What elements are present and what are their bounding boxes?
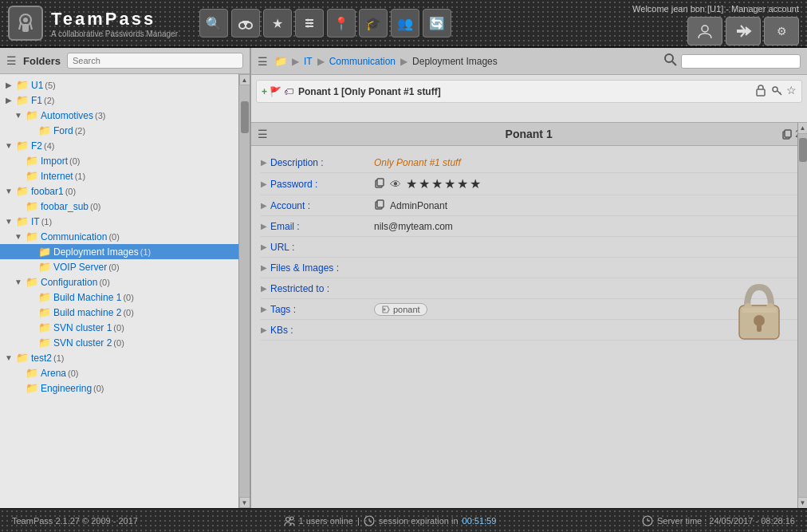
breadcrumb-deployment-images: Deployment Images [412, 56, 498, 67]
sidebar-item-foobar-sub[interactable]: 📁 foobar_sub (0) [0, 199, 238, 214]
account-copy-icon[interactable] [374, 199, 385, 212]
folder-icon: 📁 [26, 109, 38, 121]
breadcrumb-search-input[interactable] [681, 54, 801, 69]
footer-app-info-text: TeamPass 2.1.27 © 2009 - 2017 [12, 516, 138, 526]
detail-row-email: ▶ Email : nils@myteam.com [261, 216, 797, 237]
app-title: TeamPass [51, 9, 178, 30]
star-entry-icon[interactable]: ☆ [786, 84, 797, 99]
sidebar-item-f2[interactable]: ▼ 📁 F2 (4) [0, 138, 238, 153]
sidebar-item-import[interactable]: 📁 Import (0) [0, 153, 238, 168]
sidebar-item-svn-cluster-1[interactable]: 📁 SVN cluster 1 (0) [0, 320, 238, 335]
folder-icon: 📁 [38, 306, 51, 318]
svg-point-13 [307, 19, 309, 22]
profile-button[interactable] [687, 17, 722, 45]
detail-title: Ponant 1 [276, 128, 781, 140]
add-icon[interactable]: + [262, 86, 267, 97]
star-nav-button[interactable]: ★ [263, 9, 292, 37]
restricted-label: Restricted to : [270, 283, 374, 294]
breadcrumb-communication[interactable]: Communication [329, 56, 396, 67]
lock-icon[interactable] [754, 84, 767, 99]
user-area: Welcome jean bon [U1] - Manager account … [632, 4, 799, 45]
sidebar-item-communication[interactable]: ▼ 📁 Communication (0) [0, 229, 238, 244]
account-value: AdminPonant [390, 200, 447, 211]
content: ☰ 📁 ▶ IT ▶ Communication ▶ Deployment Im… [251, 48, 807, 508]
sidebar-item-f1[interactable]: ▶ 📁 F1 (2) [0, 93, 238, 108]
sidebar-item-label: Deployment Images [53, 246, 139, 258]
sidebar-item-arena[interactable]: 📁 Arena (0) [0, 365, 238, 380]
search-icon[interactable] [663, 53, 678, 70]
sidebar-item-count: (0) [69, 156, 80, 166]
detail-scrollbar: ▲ ▼ [797, 123, 807, 508]
sidebar-item-count: (0) [123, 308, 133, 317]
folder-icon: 📁 [16, 140, 29, 152]
refresh-nav-button[interactable]: 🔄 [423, 9, 451, 37]
sidebar-item-automotives[interactable]: ▼ 📁 Automotives (3) [0, 108, 238, 123]
folder-icon: 📁 [26, 276, 38, 288]
users-nav-button[interactable]: 👥 [391, 9, 419, 37]
search-nav-button[interactable]: 🔍 [199, 9, 228, 37]
sidebar-item-foobar1[interactable]: ▼ 📁 foobar1 (0) [0, 183, 238, 199]
scroll-up-button[interactable]: ▲ [798, 123, 808, 134]
detail-content: ▶ Description : Only Ponant #1 stuff ▶ P… [251, 146, 807, 347]
footer-session-text: session expiration in [379, 516, 459, 526]
sidebar-item-label: Configuration [41, 277, 97, 288]
description-value: Only Ponant #1 stuff [374, 157, 461, 168]
sidebar-item-deployment-images[interactable]: 📁 Deployment Images (1) [0, 244, 238, 259]
scroll-down-button[interactable]: ▼ [798, 497, 808, 508]
tag-badge-ponant: ponant [374, 303, 427, 316]
sidebar-item-ford[interactable]: 📁 Ford (2) [0, 123, 238, 138]
settings2-button[interactable]: ⚙ [764, 17, 799, 45]
sidebar-item-label: Automotives [41, 110, 93, 121]
detail-header: ☰ Ponant 1 2 [251, 123, 807, 146]
flag-icon[interactable]: 🚩 [270, 86, 281, 97]
sidebar-item-test2[interactable]: ▼ 📁 test2 (1) [0, 350, 238, 365]
svg-line-4 [30, 23, 32, 30]
sidebar-item-label: test2 [31, 353, 52, 364]
sidebar-item-build-machine-1[interactable]: 📁 Build Machine 1 (0) [0, 290, 238, 305]
sidebar-item-it[interactable]: ▼ 📁 IT (1) [0, 214, 238, 229]
sidebar-item-count: (1) [53, 353, 64, 363]
sidebar-item-build-machine-2[interactable]: 📁 Build machine 2 (0) [0, 305, 238, 320]
search-input[interactable] [67, 53, 243, 69]
scrollbar-thumb[interactable] [799, 138, 807, 162]
scroll-up-arrow[interactable]: ▲ [239, 74, 250, 85]
footer-users-text: 1 users online [299, 516, 354, 526]
entry-row[interactable]: + 🚩 🏷 Ponant 1 [Only Ponant #1 stuff] [256, 80, 802, 103]
detail-row-password: ▶ Password : 👁 ★★★★★★ [261, 173, 797, 195]
sidebar-item-configuration[interactable]: ▼ 📁 Configuration (0) [0, 274, 238, 290]
scroll-down-arrow[interactable]: ▼ [239, 497, 250, 508]
location-nav-button[interactable]: 📍 [327, 9, 356, 37]
scrollbar-thumb[interactable] [241, 101, 249, 133]
settings-nav-button[interactable] [295, 9, 324, 37]
copy-detail-icon [781, 128, 793, 140]
sidebar-item-internet[interactable]: 📁 Internet (1) [0, 168, 238, 183]
binoculars-nav-button[interactable] [231, 9, 260, 37]
detail-row-restricted: ▶ Restricted to : [261, 278, 797, 299]
sidebar: ☰ Folders ▶ 📁 U1 (5) ▶ 📁 F1 (2) [0, 48, 251, 508]
expand-icon: ▼ [3, 217, 14, 226]
sidebar-menu-icon[interactable]: ☰ [6, 54, 17, 67]
sidebar-item-count: (0) [93, 384, 104, 393]
detail-menu-icon[interactable]: ☰ [258, 128, 268, 140]
sidebar-item-count: (5) [45, 81, 55, 90]
folder-icon: 📁 [26, 231, 38, 242]
sidebar-item-svn-cluster-2[interactable]: 📁 SVN cluster 2 (0) [0, 335, 238, 350]
breadcrumb-it[interactable]: IT [304, 56, 313, 67]
sidebar-item-voip-server[interactable]: 📁 VOIP Server (0) [0, 259, 238, 274]
breadcrumb-menu-icon[interactable]: ☰ [258, 55, 268, 68]
url-label: URL : [270, 242, 374, 253]
detail-arrow: ▶ [261, 263, 267, 272]
folder-icon: 📁 [16, 185, 29, 197]
tag-icon[interactable]: 🏷 [284, 86, 293, 97]
password-eye-icon[interactable]: 👁 [390, 178, 401, 191]
svg-rect-7 [244, 21, 247, 25]
sidebar-item-label: F1 [31, 95, 42, 106]
sidebar-item-label: foobar_sub [41, 201, 89, 212]
password-copy-icon[interactable] [374, 177, 385, 191]
key-icon[interactable] [770, 84, 783, 99]
hat-nav-button[interactable]: 🎓 [359, 9, 388, 37]
detail-row-kbs: ▶ KBs : [261, 320, 797, 341]
forward-button[interactable] [726, 17, 761, 45]
sidebar-item-engineering[interactable]: 📁 Engineering (0) [0, 380, 238, 396]
sidebar-item-u1[interactable]: ▶ 📁 U1 (5) [0, 77, 238, 93]
